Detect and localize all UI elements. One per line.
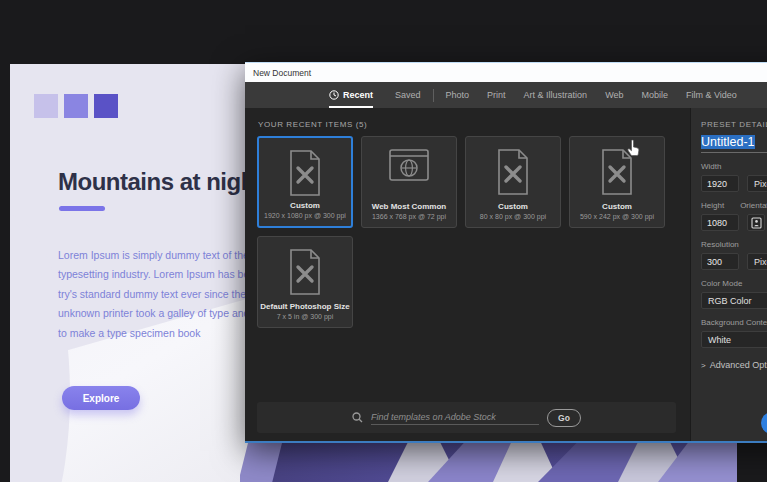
recent-items-header: YOUR RECENT ITEMS (5): [258, 120, 367, 129]
preset-details-header: PRESET DETAILS: [701, 120, 767, 129]
document-name-value: Untitled-1: [701, 135, 755, 149]
tab-label: Mobile: [641, 90, 668, 100]
heading-underline-accent: [59, 206, 105, 211]
resolution-input[interactable]: [701, 253, 739, 270]
card-subtitle: 7 x 5 in @ 300 ppi: [277, 313, 334, 320]
tab-film-video[interactable]: Film & Video: [686, 82, 737, 108]
background-contents-label: Background Contents: [701, 318, 767, 327]
color-mode-label: Color Mode: [701, 279, 742, 288]
psd-file-icon: [285, 248, 325, 296]
recent-item-card[interactable]: Custom 80 x 80 px @ 300 ppi: [465, 136, 561, 228]
tab-recent[interactable]: Recent: [329, 82, 373, 108]
go-button[interactable]: Go: [547, 409, 581, 427]
recent-item-card[interactable]: Custom 590 x 242 px @ 300 ppi: [569, 136, 665, 228]
card-title: Default Photoshop Size: [260, 302, 349, 311]
tab-label: Art & Illustration: [524, 90, 588, 100]
color-mode-value: RGB Color: [708, 296, 752, 306]
height-label: Height: [701, 201, 724, 210]
card-title: Custom: [290, 201, 320, 210]
height-input[interactable]: [701, 214, 739, 231]
site-heading: Mountains at night: [58, 168, 262, 196]
orientation-portrait-button[interactable]: [747, 214, 765, 231]
screen: Mountains at night Lorem Ipsum is simply…: [0, 0, 767, 482]
resolution-label: Resolution: [701, 240, 739, 249]
tab-label: Web: [605, 90, 623, 100]
tab-label: Saved: [395, 90, 421, 100]
card-subtitle: 1366 x 768 px @ 72 ppi: [372, 213, 446, 220]
explore-button[interactable]: Explore: [62, 386, 140, 410]
chevron-right-icon: >: [701, 361, 706, 370]
tab-label: Film & Video: [686, 90, 737, 100]
background-contents-select[interactable]: White: [701, 331, 767, 348]
dialog-titlebar[interactable]: New Document: [245, 62, 767, 82]
width-unit-select[interactable]: Pixels: [747, 175, 767, 192]
tab-web[interactable]: Web: [605, 82, 623, 108]
tab-label: Photo: [446, 90, 470, 100]
orientation-label: Orientation: [740, 201, 767, 210]
psd-file-icon: [493, 148, 533, 196]
width-unit-value: Pixels: [754, 179, 767, 189]
card-title: Custom: [602, 202, 632, 211]
recent-item-card[interactable]: Web Most Common 1366 x 768 px @ 72 ppi: [361, 136, 457, 228]
template-search-input[interactable]: [371, 410, 539, 425]
preset-details-panel: PRESET DETAILS Untitled-1 Width Pixels H…: [690, 108, 767, 441]
search-icon: [352, 412, 363, 423]
psd-file-icon: [597, 148, 637, 196]
dialog-tabbar: Recent Saved Photo Print Art & Illustrat…: [245, 82, 767, 108]
tab-print[interactable]: Print: [487, 82, 506, 108]
tab-art-illustration[interactable]: Art & Illustration: [524, 82, 588, 108]
new-document-dialog: New Document Recent Saved Photo Print A: [245, 62, 767, 443]
template-search-bar: Go: [257, 402, 676, 433]
color-mode-select[interactable]: RGB Color: [701, 292, 767, 309]
advanced-options-toggle[interactable]: > Advanced Options: [701, 360, 767, 370]
color-swatch-medium: [64, 94, 88, 118]
card-subtitle: 590 x 242 px @ 300 ppi: [580, 213, 654, 220]
card-subtitle: 80 x 80 px @ 300 ppi: [480, 213, 546, 220]
background-contents-value: White: [708, 335, 731, 345]
card-title: Custom: [498, 202, 528, 211]
recent-item-card[interactable]: Default Photoshop Size 7 x 5 in @ 300 pp…: [257, 236, 353, 328]
card-subtitle: 1920 x 1080 px @ 300 ppi: [264, 212, 346, 219]
dialog-title: New Document: [253, 68, 311, 78]
color-swatch-row: [34, 94, 118, 118]
width-input[interactable]: [701, 175, 739, 192]
resolution-unit-value: Pixels/Inch: [754, 257, 767, 267]
card-title: Web Most Common: [372, 202, 447, 211]
tab-mobile[interactable]: Mobile: [641, 82, 668, 108]
dialog-body: YOUR RECENT ITEMS (5) Custom 1920 x: [245, 108, 767, 441]
recent-item-card[interactable]: Custom 1920 x 1080 px @ 300 ppi: [257, 136, 353, 228]
resolution-unit-select[interactable]: Pixels/Inch: [747, 253, 767, 270]
recent-items-area: YOUR RECENT ITEMS (5) Custom 1920 x: [245, 108, 690, 441]
tab-photo[interactable]: Photo: [446, 82, 470, 108]
portrait-orientation-icon: [751, 217, 762, 229]
tab-label: Print: [487, 90, 506, 100]
tab-saved[interactable]: Saved: [395, 82, 421, 108]
tab-divider: [433, 89, 434, 102]
document-name-field[interactable]: Untitled-1: [701, 135, 767, 153]
advanced-options-label: Advanced Options: [710, 360, 767, 370]
web-browser-icon: [388, 148, 430, 182]
recent-items-grid: Custom 1920 x 1080 px @ 300 ppi: [257, 136, 677, 328]
clock-icon: [329, 90, 339, 100]
color-swatch-dark: [94, 94, 118, 118]
tab-label: Recent: [343, 90, 373, 100]
color-swatch-light: [34, 94, 58, 118]
width-label: Width: [701, 162, 721, 171]
psd-file-icon: [285, 149, 325, 197]
